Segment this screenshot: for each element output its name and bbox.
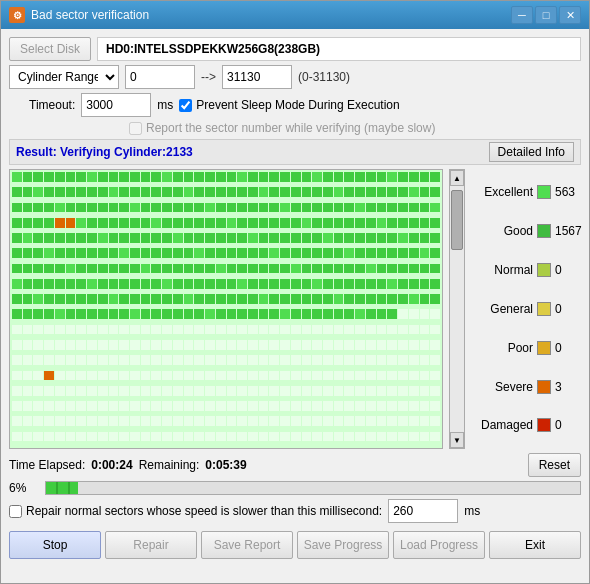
grid-cell [312,309,322,319]
grid-cell [33,218,43,228]
grid-cell [366,355,376,365]
grid-cell [420,355,430,365]
legend-label: Excellent [471,185,537,199]
grid-cell [33,233,43,243]
prevent-sleep-checkbox-label[interactable]: Prevent Sleep Mode During Execution [179,98,399,112]
timeout-input[interactable] [81,93,151,117]
grid-cell [302,309,312,319]
grid-cell [87,386,97,396]
grid-cell [151,401,161,411]
grid-cell [205,218,215,228]
repair-checkbox[interactable] [9,505,22,518]
grid-cell [130,187,140,197]
select-disk-button[interactable]: Select Disk [9,37,91,61]
grid-cell [130,401,140,411]
report-sector-row: Report the sector number while verifying… [9,121,581,135]
detailed-info-button[interactable]: Detailed Info [489,142,574,162]
scroll-up-button[interactable]: ▲ [450,170,464,186]
grid-cell [98,279,108,289]
close-button[interactable]: ✕ [559,6,581,24]
grid-cell [334,432,344,442]
report-sector-checkbox[interactable] [129,122,142,135]
result-text: Result: Verifying Cylinder:2133 [16,145,193,159]
range-end-input[interactable] [222,65,292,89]
grid-cell [291,325,301,335]
maximize-button[interactable]: □ [535,6,557,24]
stop-button[interactable]: Stop [9,531,101,559]
repair-ms-input[interactable] [388,499,458,523]
grid-cell [162,432,172,442]
grid-cell [87,371,97,381]
report-sector-checkbox-label[interactable]: Report the sector number while verifying… [9,121,435,135]
repair-checkbox-label[interactable]: Repair normal sectors whose speed is slo… [9,504,382,518]
repair-button[interactable]: Repair [105,531,197,559]
grid-cell [130,172,140,182]
grid-cell [55,172,65,182]
grid-cell [33,340,43,350]
grid-cell [344,218,354,228]
grid-cell [141,248,151,258]
grid-cell [130,416,140,426]
grid-cell [269,386,279,396]
grid-cell [323,218,333,228]
grid-cell [248,432,258,442]
grid-cell [398,279,408,289]
legend-label: Severe [471,380,537,394]
reset-button[interactable]: Reset [528,453,581,477]
grid-cell [366,371,376,381]
grid-cell [216,401,226,411]
exit-button[interactable]: Exit [489,531,581,559]
grid-cell [44,172,54,182]
grid-cell [344,187,354,197]
grid-cell [23,355,33,365]
grid-cell [151,264,161,274]
grid-cell [98,248,108,258]
grid-cell [302,187,312,197]
prevent-sleep-checkbox[interactable] [179,99,192,112]
grid-scrollbar[interactable]: ▲ ▼ [449,169,465,449]
grid-cell [248,355,258,365]
window-title: Bad sector verification [31,8,511,22]
minimize-button[interactable]: ─ [511,6,533,24]
grid-cell [366,294,376,304]
legend-swatch [537,185,551,199]
grid-cell [98,187,108,197]
grid-cell [194,355,204,365]
grid-cell [141,279,151,289]
grid-cell [409,203,419,213]
grid-cell [409,309,419,319]
scroll-down-button[interactable]: ▼ [450,432,464,448]
grid-cell [162,355,172,365]
grid-cell [323,371,333,381]
grid-cell [259,371,269,381]
grid-cell [366,386,376,396]
grid-cell [334,203,344,213]
grid-cell [130,355,140,365]
grid-cell [23,264,33,274]
load-progress-button[interactable]: Load Progress [393,531,485,559]
grid-cell [269,203,279,213]
grid-cell [44,340,54,350]
grid-cell [302,325,312,335]
grid-cell [237,371,247,381]
range-type-select[interactable]: Cylinder Range [9,65,119,89]
grid-cell [291,279,301,289]
grid-cell [66,325,76,335]
save-report-button[interactable]: Save Report [201,531,293,559]
grid-cell [109,248,119,258]
grid-cell [184,248,194,258]
save-progress-button[interactable]: Save Progress [297,531,389,559]
grid-cell [387,172,397,182]
grid-cell [366,248,376,258]
grid-cell [312,432,322,442]
grid-cell [162,172,172,182]
grid-cell [162,248,172,258]
grid-cell [194,294,204,304]
grid-cell [184,187,194,197]
grid-cell [184,386,194,396]
grid-cell [398,218,408,228]
grid-cell [259,279,269,289]
range-start-input[interactable] [125,65,195,89]
grid-cell [259,340,269,350]
scroll-thumb[interactable] [451,190,463,250]
